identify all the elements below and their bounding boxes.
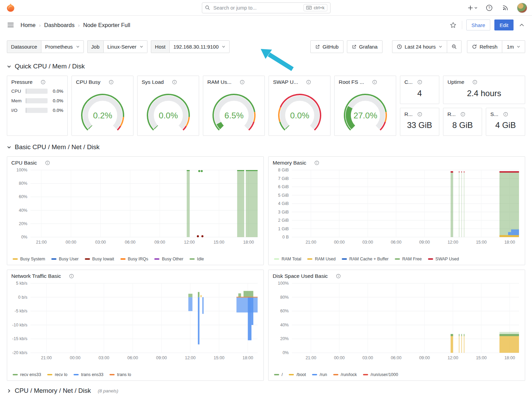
legend-item[interactable]: Busy System [13, 257, 45, 261]
pressure-row-label: I/O [11, 108, 23, 113]
svg-text:2 GiB: 2 GiB [278, 218, 289, 223]
time-controls: Last 24 hours [392, 40, 462, 53]
grafana-link-button[interactable]: Grafana [347, 40, 382, 53]
panel-title: Memory Basic [273, 160, 306, 166]
refresh-icon [472, 44, 477, 49]
legend-swatch [74, 374, 79, 375]
legend-label: RAM Cache + Buffer [349, 257, 389, 261]
menu-toggle-button[interactable] [6, 21, 15, 29]
breadcrumb-dashboards[interactable]: Dashboards [44, 22, 75, 28]
info-icon[interactable] [109, 80, 114, 85]
network-traffic-chart[interactable]: 5 kb/s0 b/s-5 kb/s-10 kb/s-15 kb/s-20 kb… [7, 280, 263, 371]
legend-item[interactable]: /run [312, 372, 327, 377]
share-button[interactable]: Share [466, 20, 490, 30]
datasource-select[interactable]: Prometheus [41, 40, 84, 53]
cpu-basic-chart[interactable]: 100%80%60%40%20%0%21:0000:0003:0006:0009… [7, 167, 263, 256]
legend-item[interactable]: trans lo [109, 372, 131, 377]
disk-space-chart[interactable]: 100%80%60%40%20%0%21:0000:0003:0006:0009… [269, 280, 525, 371]
section-basic[interactable]: Basic CPU / Mem / Net / Disk [0, 143, 532, 151]
legend-item[interactable]: RAM Free [395, 257, 422, 261]
info-icon[interactable] [45, 160, 50, 165]
github-link-button[interactable]: GitHub [310, 40, 343, 53]
svg-text:06:00: 06:00 [391, 240, 401, 245]
legend-item[interactable]: Busy Iowait [85, 257, 114, 261]
svg-text:1 GiB: 1 GiB [278, 227, 289, 231]
svg-text:20%: 20% [19, 221, 27, 226]
panel-title: RAM Us... [207, 79, 232, 85]
search-box[interactable]: ctrl+k [202, 2, 330, 13]
info-icon[interactable] [240, 80, 245, 85]
dashboard-actions: Share Edit [449, 20, 526, 30]
info-icon[interactable] [41, 80, 46, 85]
avatar[interactable] [517, 3, 527, 13]
legend-item[interactable]: / [274, 372, 283, 377]
legend-label: Busy IRQs [128, 257, 148, 261]
memory-basic-chart[interactable]: 8 GiB7 GiB6 GiB5 GiB4 GiB3 GiB2 GiB1 GiB… [269, 167, 525, 256]
legend-item[interactable]: /run/user/1000 [363, 372, 398, 377]
svg-text:12:00: 12:00 [447, 240, 458, 245]
zoom-out-button[interactable] [447, 40, 462, 53]
legend-swatch [120, 258, 126, 260]
pressure-bar-gauge [26, 89, 48, 94]
info-icon[interactable] [503, 112, 508, 117]
legend-item[interactable]: Busy IRQs [120, 257, 148, 261]
info-icon[interactable] [417, 80, 422, 85]
legend-item[interactable]: RAM Total [274, 257, 301, 261]
svg-text:0 b/s: 0 b/s [18, 295, 27, 300]
section-cpu-memory-net-disk[interactable]: CPU / Memory / Net / Disk (8 panels) [0, 387, 532, 394]
job-select[interactable]: Linux-Server [104, 40, 147, 53]
search-input[interactable] [213, 5, 301, 11]
legend-item[interactable]: Busy Other [154, 257, 183, 261]
info-icon[interactable] [472, 80, 477, 85]
legend-item[interactable]: SWAP Used [428, 257, 459, 261]
refresh-interval-value: 1m [507, 44, 514, 50]
legend-item[interactable]: trans ens33 [74, 372, 103, 377]
svg-text:15:00: 15:00 [213, 240, 224, 245]
svg-text:15:00: 15:00 [476, 355, 486, 360]
info-icon[interactable] [172, 80, 177, 85]
stat-value: 8 GiB [443, 118, 482, 136]
news-button[interactable] [501, 3, 510, 12]
info-icon[interactable] [417, 112, 422, 117]
refresh-button[interactable]: Refresh [467, 40, 503, 53]
panel-cpu-basic: CPU Basic 100%80%60%40%20%0%21:0000:0003… [7, 156, 264, 265]
info-icon[interactable] [372, 80, 377, 85]
legend-item[interactable]: Busy User [51, 257, 79, 261]
legend-item[interactable]: recv lo [47, 372, 67, 377]
edit-button[interactable]: Edit [494, 20, 514, 30]
host-select[interactable]: 192.168.30.11:9100 [170, 40, 230, 53]
info-icon[interactable] [306, 80, 311, 85]
grafana-logo[interactable] [5, 2, 16, 14]
pressure-row-mem: Mem 0.0% [11, 98, 63, 103]
panel-network-traffic-basic: Network Traffic Basic 5 kb/s0 b/s-5 kb/s… [7, 270, 264, 381]
legend-item[interactable]: RAM Used [307, 257, 335, 261]
legend-item[interactable]: Idle [190, 257, 204, 261]
help-button[interactable]: ? [484, 3, 494, 13]
breadcrumb: Home › Dashboards › Node Exporter Full [21, 22, 130, 28]
datasource-value: Prometheus [45, 44, 73, 50]
legend-label: Busy User [59, 257, 79, 261]
legend-item[interactable]: RAM Cache + Buffer [342, 257, 389, 261]
legend-label: RAM Total [282, 257, 301, 261]
info-icon[interactable] [69, 274, 74, 279]
legend-item[interactable]: /boot [289, 372, 306, 377]
legend-swatch [274, 258, 279, 260]
section-quick[interactable]: Quick CPU / Mem / Disk [0, 63, 532, 70]
refresh-label: Refresh [480, 44, 498, 50]
legend-item[interactable]: recv ens33 [13, 372, 41, 377]
external-link-icon [352, 44, 356, 49]
time-range-picker[interactable]: Last 24 hours [392, 40, 447, 53]
info-icon[interactable] [314, 160, 319, 165]
svg-text:00:00: 00:00 [334, 240, 345, 245]
breadcrumb-home[interactable]: Home [21, 22, 36, 28]
favorite-button[interactable] [449, 21, 458, 29]
collapse-topbar-button[interactable] [518, 21, 526, 29]
svg-text:03:00: 03:00 [99, 355, 109, 360]
refresh-interval-select[interactable]: 1m [502, 40, 525, 53]
panel-rootfs-total: R... 8 GiB [443, 108, 482, 136]
info-icon[interactable] [336, 274, 341, 279]
new-button[interactable] [468, 5, 478, 11]
info-icon[interactable] [460, 112, 465, 117]
legend-item[interactable]: /run/lock [333, 372, 357, 377]
chevron-right-icon [7, 389, 11, 393]
